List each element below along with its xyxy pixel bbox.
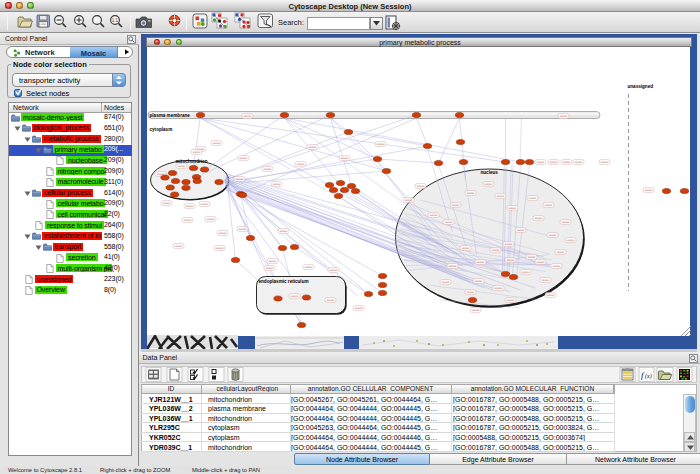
svg-text:cytoplasm: cytoplasm: [149, 127, 172, 132]
svg-text:plasma membrane: plasma membrane: [149, 113, 190, 118]
svg-text:1:1: 1:1: [112, 18, 119, 23]
svg-text:Search:: Search:: [278, 18, 304, 27]
svg-text:endoplasmic reticulum: endoplasmic reticulum: [258, 279, 308, 284]
svg-text:nucleus: nucleus: [480, 170, 498, 175]
svg-text:unassigned: unassigned: [627, 84, 653, 89]
svg-text:mitochondrion: mitochondrion: [175, 159, 207, 164]
svg-text:(x): (x): [645, 373, 652, 380]
